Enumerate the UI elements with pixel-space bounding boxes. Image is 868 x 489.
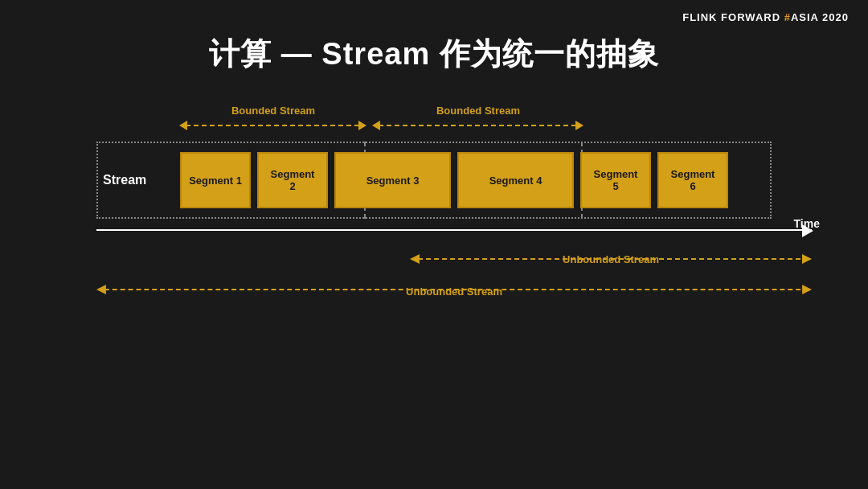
- segment-2: Segment2: [257, 152, 328, 208]
- segment-1: Segment 1: [180, 152, 251, 208]
- bounded-arrow-1: [179, 119, 366, 132]
- hash-symbol: #: [784, 11, 791, 23]
- unbounded-label-lower: Unbounded Stream: [96, 286, 812, 298]
- bounded-label-2: Bounded Stream: [370, 105, 587, 117]
- diagram-container: Bounded Stream Bounded Stream Stream Seg…: [48, 105, 820, 394]
- conference-text: ASIA 2020: [791, 11, 849, 23]
- time-axis: [96, 229, 812, 231]
- segment-4: Segment 4: [457, 152, 574, 208]
- svg-marker-2: [358, 121, 366, 130]
- segments-container: Segment 1 Segment2 Segment 3 Segment 4 S…: [177, 147, 731, 213]
- time-label: Time: [794, 217, 820, 230]
- stream-label: Stream: [103, 142, 175, 219]
- bounded-label-1: Bounded Stream: [177, 105, 370, 117]
- brand-text: FLINK FORWARD: [682, 11, 784, 23]
- segment-3: Segment 3: [334, 152, 451, 208]
- header-branding: FLINK FORWARD #ASIA 2020: [682, 11, 849, 23]
- unbounded-label-upper: Unbounded Stream: [410, 253, 812, 265]
- bounded-arrow-2: [372, 119, 583, 132]
- page-title: 计算 — Stream 作为统一的抽象: [0, 34, 868, 75]
- segment-5: Segment5: [580, 152, 651, 208]
- segment-6: Segment6: [657, 152, 728, 208]
- svg-marker-5: [575, 121, 583, 130]
